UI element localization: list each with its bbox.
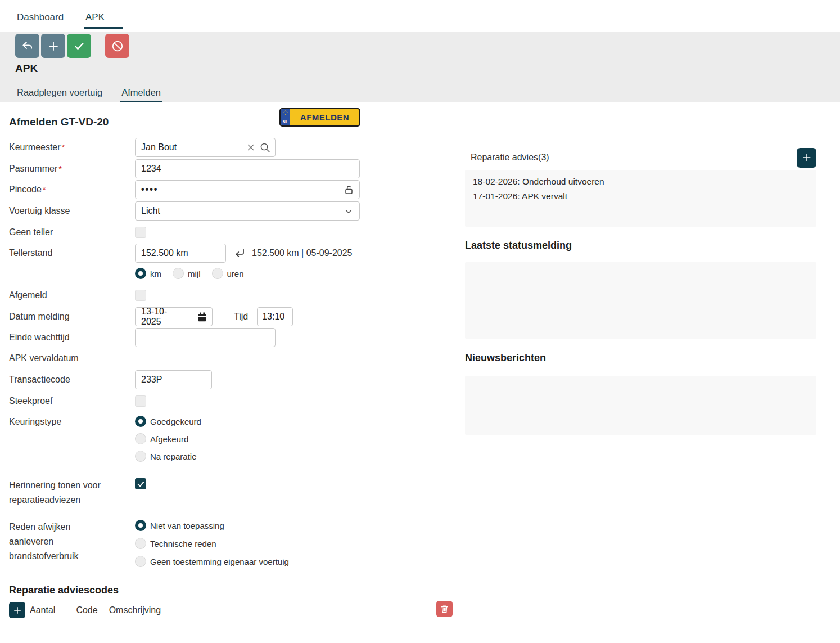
reden-option-geen-toestemming[interactable]: Geen toestemming eigenaar voertuig <box>135 556 289 567</box>
field-row-einde-wachttijd: Einde wachttijd <box>9 328 276 347</box>
radio-km[interactable] <box>135 268 146 279</box>
unlock-icon[interactable] <box>344 185 354 195</box>
page-title: APK <box>15 62 38 75</box>
voertuig-klasse-select[interactable]: Licht <box>135 201 360 221</box>
unit-option-km[interactable]: km <box>135 268 161 279</box>
confirm-button[interactable] <box>67 34 91 58</box>
herinnering-checkbox[interactable] <box>135 478 146 489</box>
action-toolbar <box>15 34 129 58</box>
adviescodes-header-row: Aantal Code Omschrijving <box>9 602 161 618</box>
reparatie-advies-header: Reparatie advies(3) <box>465 147 816 168</box>
field-row-reden-afwijken: Reden afwijken aanleveren brandstofverbr… <box>9 520 289 567</box>
field-row-keurmeester: Keurmeester* <box>9 138 276 157</box>
radio-niet-van-toepassing[interactable] <box>135 520 146 531</box>
back-button[interactable] <box>15 34 39 58</box>
datum-melding-value[interactable]: 13-10-2025 <box>136 308 192 326</box>
main-content: Afmelden GT-VD-20 NL AFMELDEN Keurmeeste… <box>0 102 840 643</box>
reparatie-advies-item: 17-01-2026: APK vervalt <box>473 189 809 204</box>
reden-option-niet-van-toepassing[interactable]: Niet van toepassing <box>135 520 289 531</box>
reden-afwijken-label: Reden afwijken aanleveren brandstofverbr… <box>9 520 135 564</box>
search-icon[interactable] <box>260 142 270 153</box>
unit-mijl-label: mijl <box>188 269 201 278</box>
steekproef-checkbox[interactable] <box>135 395 146 407</box>
einde-wachttijd-label: Einde wachttijd <box>9 332 135 343</box>
transactiecode-input[interactable] <box>135 370 212 389</box>
eu-stars-icon <box>283 110 288 116</box>
afgekeurd-label: Afgekeurd <box>150 434 188 444</box>
subtab-afmelden[interactable]: Afmelden <box>120 87 162 104</box>
add-reparatie-advies-button[interactable] <box>797 148 816 168</box>
radio-technische-reden[interactable] <box>135 538 146 549</box>
radio-uren[interactable] <box>212 268 223 279</box>
keurmeester-label: Keurmeester* <box>9 142 135 152</box>
afmelden-plate-button[interactable]: NL AFMELDEN <box>279 108 360 127</box>
plate-country-strip: NL <box>281 109 290 125</box>
keuringstype-option-goedgekeurd[interactable]: Goedgekeurd <box>135 416 201 427</box>
laatste-statusmelding-title: Laatste statusmelding <box>465 240 572 251</box>
voertuig-klasse-value: Licht <box>141 206 160 216</box>
nieuwsberichten-box <box>465 376 816 435</box>
calendar-icon[interactable] <box>192 308 212 326</box>
datum-melding-label: Datum melding <box>9 312 135 322</box>
radio-goedgekeurd[interactable] <box>135 416 146 427</box>
afgemeld-checkbox[interactable] <box>135 290 146 301</box>
tab-apk[interactable]: APK <box>85 12 105 23</box>
top-tab-bar: Dashboard APK <box>0 0 840 32</box>
field-row-pasnummer: Pasnummer* <box>9 159 360 178</box>
toolbar-band: APK Raadplegen voertuig Afmelden <box>0 32 840 102</box>
pasnummer-input[interactable] <box>135 159 360 178</box>
tellerstand-history: 152.500 km | 05-09-2025 <box>252 248 353 258</box>
delete-adviescode-button[interactable] <box>436 601 453 617</box>
pasnummer-label: Pasnummer* <box>9 164 135 174</box>
tab-dashboard[interactable]: Dashboard <box>17 12 64 23</box>
radio-na-reparatie[interactable] <box>135 451 146 462</box>
required-marker: * <box>58 164 62 173</box>
trash-icon <box>440 604 449 614</box>
na-reparatie-label: Na reparatie <box>150 452 197 461</box>
plate-country-code: NL <box>283 120 288 124</box>
reden-option-technische-reden[interactable]: Technische reden <box>135 538 289 549</box>
required-marker: * <box>62 142 65 152</box>
column-aantal: Aantal <box>30 605 55 615</box>
plate-button-label: AFMELDEN <box>290 109 359 125</box>
datum-melding-datebox: 13-10-2025 <box>135 307 213 326</box>
plus-icon <box>801 152 812 163</box>
technische-reden-label: Technische reden <box>150 539 216 548</box>
pincode-input[interactable] <box>135 180 360 199</box>
field-row-geen-teller: Geen teller <box>9 227 146 238</box>
unit-option-uren[interactable]: uren <box>212 268 244 279</box>
keuringstype-option-afgekeurd[interactable]: Afgekeurd <box>135 433 201 444</box>
add-button[interactable] <box>41 34 65 58</box>
add-adviescode-button[interactable] <box>9 602 25 618</box>
required-marker: * <box>43 185 46 194</box>
chevron-down-icon <box>344 206 354 219</box>
apk-afmelden-screen: { "colors": { "accent_teal": "#0d3c4b", … <box>0 0 840 643</box>
reparatie-advies-list: 18-02-2026: Onderhoud uitvoeren 17-01-20… <box>465 170 816 227</box>
tijd-label: Tijd <box>234 312 248 322</box>
transactiecode-label: Transactiecode <box>9 375 135 385</box>
herinnering-label: Herinnering tonen voor reparatieadviezen <box>9 478 135 507</box>
column-code: Code <box>76 605 97 615</box>
reparatie-advies-item: 18-02-2026: Onderhoud uitvoeren <box>473 174 809 189</box>
unit-option-mijl[interactable]: mijl <box>173 268 201 279</box>
cancel-button[interactable] <box>105 34 129 58</box>
radio-mijl[interactable] <box>173 268 184 279</box>
clear-icon[interactable] <box>246 143 255 152</box>
radio-geen-toestemming[interactable] <box>135 556 146 567</box>
tellerstand-units: km mijl uren <box>135 268 244 279</box>
subtab-raadplegen-voertuig[interactable]: Raadplegen voertuig <box>15 87 104 104</box>
reparatie-advies-title: Reparatie advies(3) <box>471 152 549 163</box>
keuringstype-option-na-reparatie[interactable]: Na reparatie <box>135 451 201 462</box>
nieuwsberichten-title: Nieuwsberichten <box>465 352 546 364</box>
back-icon <box>21 39 34 53</box>
content-heading: Afmelden GT-VD-20 <box>9 116 109 128</box>
geen-teller-checkbox[interactable] <box>135 227 146 238</box>
prohibited-icon <box>111 39 124 53</box>
einde-wachttijd-input[interactable] <box>135 328 276 347</box>
copy-previous-value-icon[interactable] <box>234 248 245 259</box>
tellerstand-input[interactable] <box>135 244 226 263</box>
tijd-input[interactable] <box>257 307 293 326</box>
goedgekeurd-label: Goedgekeurd <box>150 417 201 426</box>
radio-afgekeurd[interactable] <box>135 433 146 444</box>
niet-van-toepassing-label: Niet van toepassing <box>150 521 224 530</box>
